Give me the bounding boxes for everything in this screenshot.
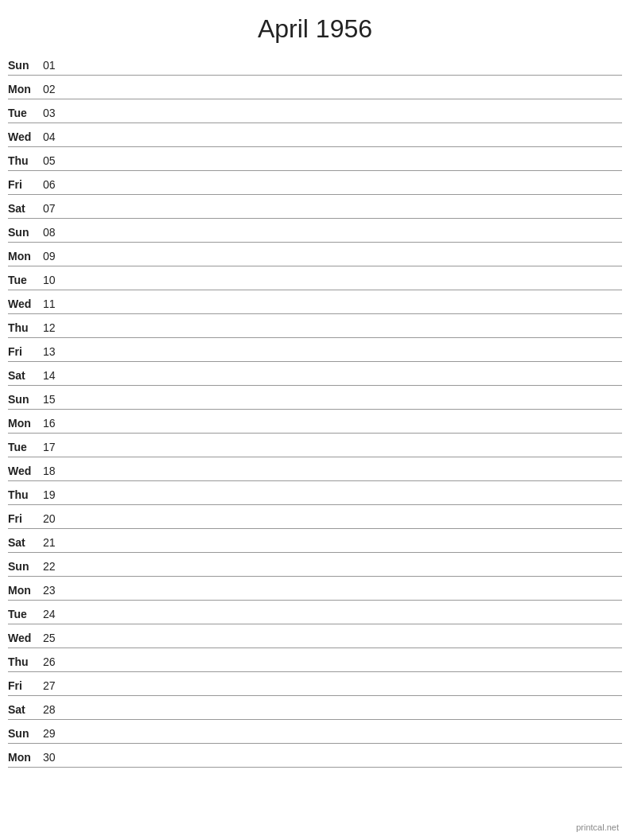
day-number: 28: [43, 703, 65, 718]
day-line: [65, 741, 622, 741]
day-line: [65, 645, 622, 646]
day-name: Wed: [8, 130, 43, 145]
day-line: [65, 239, 622, 240]
day-row: Wed25: [8, 624, 622, 648]
day-row: Sat07: [8, 195, 622, 219]
day-number: 15: [43, 393, 65, 407]
footer-text: printcal.net: [576, 822, 619, 832]
day-line: [65, 96, 622, 97]
day-line: [65, 597, 622, 598]
day-line: [65, 478, 622, 479]
day-number: 08: [43, 226, 65, 240]
day-number: 25: [43, 632, 65, 646]
day-line: [65, 717, 622, 718]
day-row: Thu19: [8, 481, 622, 505]
day-number: 16: [43, 417, 65, 431]
day-name: Thu: [8, 488, 43, 503]
day-row: Fri27: [8, 672, 622, 696]
day-line: [65, 526, 622, 527]
day-number: 26: [43, 655, 65, 670]
day-row: Sun01: [8, 52, 622, 76]
day-line: [65, 192, 622, 192]
day-name: Thu: [8, 321, 43, 336]
day-number: 19: [43, 488, 65, 503]
day-row: Fri20: [8, 505, 622, 529]
day-name: Fri: [8, 512, 43, 527]
day-number: 21: [43, 536, 65, 550]
day-line: [65, 216, 622, 216]
day-name: Sun: [8, 59, 43, 73]
day-name: Sat: [8, 369, 43, 383]
day-line: [65, 621, 622, 622]
day-name: Thu: [8, 154, 43, 169]
day-number: 29: [43, 727, 65, 741]
day-line: [65, 72, 622, 73]
day-row: Sun08: [8, 219, 622, 243]
day-line: [65, 669, 622, 670]
day-row: Mon30: [8, 744, 622, 768]
day-name: Fri: [8, 345, 43, 360]
day-line: [65, 168, 622, 169]
day-line: [65, 120, 622, 121]
day-row: Tue24: [8, 601, 622, 624]
day-row: Tue17: [8, 434, 622, 457]
day-name: Sun: [8, 393, 43, 407]
day-name: Wed: [8, 465, 43, 479]
day-name: Wed: [8, 298, 43, 312]
day-line: [65, 764, 622, 765]
day-name: Fri: [8, 679, 43, 694]
day-name: Mon: [8, 83, 43, 97]
day-number: 09: [43, 250, 65, 264]
day-number: 20: [43, 512, 65, 527]
day-line: [65, 263, 622, 264]
day-name: Thu: [8, 655, 43, 670]
day-line: [65, 430, 622, 431]
day-number: 23: [43, 584, 65, 598]
day-line: [65, 574, 622, 574]
day-number: 04: [43, 130, 65, 145]
day-number: 02: [43, 83, 65, 97]
day-name: Mon: [8, 250, 43, 264]
day-row: Tue10: [8, 266, 622, 290]
day-line: [65, 335, 622, 336]
day-name: Fri: [8, 178, 43, 192]
day-name: Tue: [8, 107, 43, 121]
day-row: Mon09: [8, 243, 622, 266]
day-number: 30: [43, 751, 65, 765]
day-row: Wed04: [8, 123, 622, 147]
day-row: Sun29: [8, 720, 622, 744]
day-name: Mon: [8, 417, 43, 431]
day-name: Mon: [8, 751, 43, 765]
day-line: [65, 144, 622, 145]
day-line: [65, 311, 622, 312]
day-line: [65, 406, 622, 407]
day-number: 18: [43, 465, 65, 479]
day-line: [65, 287, 622, 288]
day-row: Mon16: [8, 410, 622, 434]
day-number: 01: [43, 59, 65, 73]
day-name: Tue: [8, 441, 43, 455]
day-name: Tue: [8, 608, 43, 622]
day-row: Sun22: [8, 553, 622, 577]
day-row: Sat21: [8, 529, 622, 553]
day-row: Sat28: [8, 696, 622, 720]
day-line: [65, 359, 622, 360]
day-number: 27: [43, 679, 65, 694]
day-number: 05: [43, 154, 65, 169]
day-number: 11: [43, 298, 65, 312]
day-row: Mon02: [8, 76, 622, 99]
day-row: Fri06: [8, 171, 622, 195]
day-row: Sun15: [8, 386, 622, 410]
day-name: Sat: [8, 703, 43, 718]
day-line: [65, 454, 622, 455]
day-number: 22: [43, 560, 65, 574]
day-line: [65, 693, 622, 694]
page-title: April 1956: [0, 0, 630, 52]
day-number: 14: [43, 369, 65, 383]
day-number: 03: [43, 107, 65, 121]
day-row: Tue03: [8, 99, 622, 123]
calendar-list: Sun01Mon02Tue03Wed04Thu05Fri06Sat07Sun08…: [0, 52, 630, 768]
day-name: Sun: [8, 727, 43, 741]
day-row: Thu05: [8, 147, 622, 171]
day-line: [65, 383, 622, 383]
